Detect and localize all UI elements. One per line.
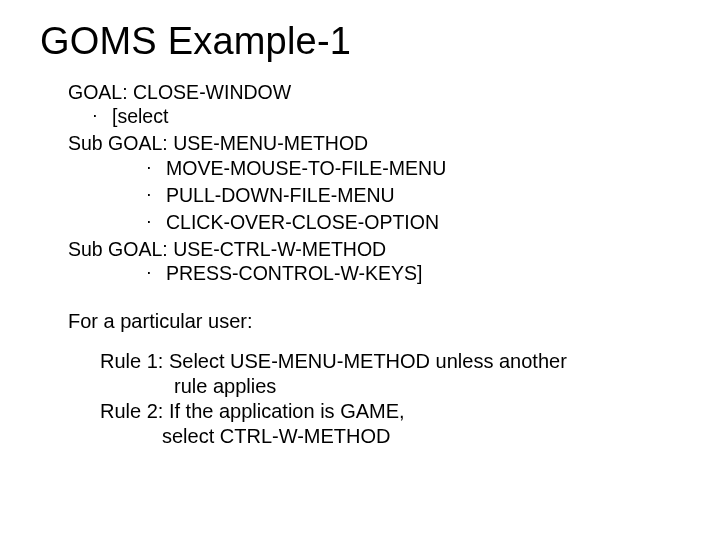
op-text: PRESS-CONTROL-W-KEYS] [166,261,422,288]
subgoal-1: Sub GOAL: USE-MENU-METHOD [68,131,680,155]
op-text: MOVE-MOUSE-TO-FILE-MENU [166,156,446,183]
subgoal-1-text: Sub GOAL: USE-MENU-METHOD [68,131,368,155]
rule-2-line-2: select CTRL-W-METHOD [100,424,680,449]
rules-block: Rule 1: Select USE-MENU-METHOD unless an… [100,349,680,449]
select-line: [select [68,104,680,131]
slide-title: GOMS Example-1 [40,22,680,62]
bullet-dot [142,262,156,289]
goal-line: GOAL: CLOSE-WINDOW [68,80,680,104]
user-note: For a particular user: [68,310,680,333]
op-line: CLICK-OVER-CLOSE-OPTION [68,210,680,237]
op-text: CLICK-OVER-CLOSE-OPTION [166,210,439,237]
op-line: PULL-DOWN-FILE-MENU [68,183,680,210]
subgoal-2-text: Sub GOAL: USE-CTRL-W-METHOD [68,237,386,261]
bullet-dot [142,211,156,238]
op-text: PULL-DOWN-FILE-MENU [166,183,395,210]
select-text: [select [112,104,168,131]
op-line: PRESS-CONTROL-W-KEYS] [68,261,680,288]
slide: GOMS Example-1 GOAL: CLOSE-WINDOW [selec… [0,0,720,540]
rule-1-line-2: rule applies [100,374,680,399]
rule-1-line-1: Rule 1: Select USE-MENU-METHOD unless an… [100,349,680,374]
bullet-dot [88,105,102,132]
goal-text: GOAL: CLOSE-WINDOW [68,80,291,104]
rule-2-line-1: Rule 2: If the application is GAME, [100,399,680,424]
subgoal-2: Sub GOAL: USE-CTRL-W-METHOD [62,237,680,261]
op-line: MOVE-MOUSE-TO-FILE-MENU [68,156,680,183]
goms-block: GOAL: CLOSE-WINDOW [select Sub GOAL: USE… [68,80,680,288]
